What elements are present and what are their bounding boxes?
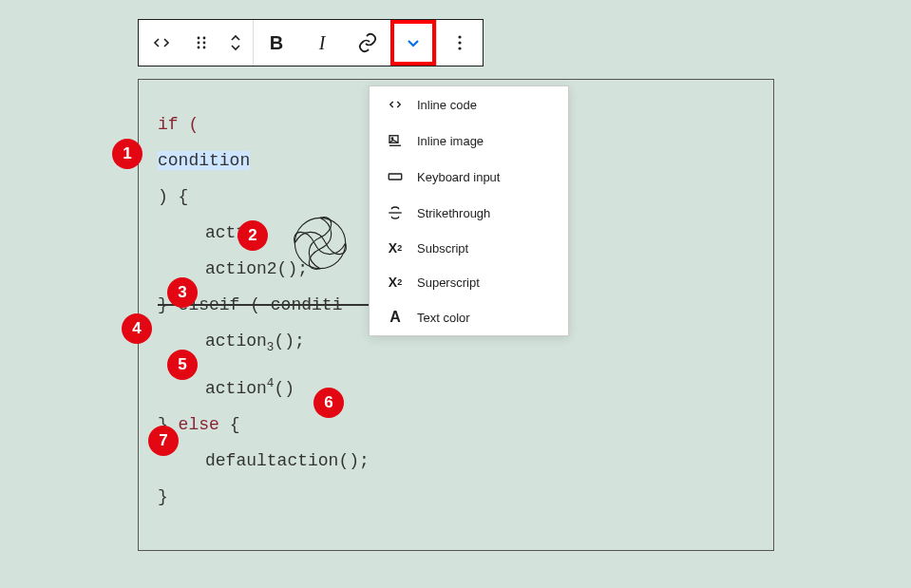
bold-button[interactable]: B (254, 20, 299, 66)
annotation-badge-2: 2 (237, 220, 268, 251)
text-color-icon: A (385, 309, 406, 326)
annotation-badge-7: 7 (148, 426, 179, 456)
code-text: () (274, 379, 294, 398)
superscript-icon: X2 (385, 275, 406, 290)
code-text: action (205, 379, 267, 398)
code-text: { (219, 415, 240, 434)
block-toolbar: B I (138, 19, 484, 66)
toolbar-group-block (139, 20, 254, 66)
svg-point-3 (203, 42, 206, 45)
annotation-badge-1: 1 (112, 139, 142, 169)
annotation-badge-4: 4 (122, 313, 152, 344)
dropdown-item-superscript[interactable]: X2 Superscript (370, 265, 568, 299)
dropdown-item-keyboard-input[interactable]: Keyboard input (370, 159, 568, 195)
link-button[interactable] (345, 20, 390, 66)
keyboard-icon (385, 168, 406, 185)
annotation-badge-5: 5 (167, 350, 198, 380)
svg-point-2 (198, 42, 200, 45)
dropdown-item-subscript[interactable]: X2 Subscript (370, 231, 568, 265)
dropdown-label: Inline image (417, 134, 484, 148)
move-updown-icon[interactable] (218, 20, 253, 66)
keyword-else: else (179, 415, 219, 434)
toolbar-group-options (437, 20, 483, 66)
svg-point-0 (198, 37, 200, 40)
code-text: act (205, 223, 236, 242)
swirl-decoration-icon (285, 208, 355, 278)
dropdown-label: Strikethrough (417, 206, 490, 220)
dropdown-label: Subscript (417, 241, 468, 256)
svg-point-12 (391, 138, 393, 140)
annotation-badge-3: 3 (167, 277, 198, 308)
svg-point-8 (458, 47, 461, 49)
svg-point-7 (458, 41, 461, 44)
svg-point-1 (203, 37, 206, 40)
dropdown-label: Keyboard input (417, 170, 500, 184)
keyword-if: if ( (158, 115, 199, 134)
code-text: (); (274, 332, 304, 351)
svg-point-5 (203, 47, 206, 49)
svg-point-9 (294, 218, 345, 268)
dropdown-label: Inline code (417, 98, 477, 112)
toolbar-group-format: B I (254, 20, 437, 66)
highlighted-condition: condition (158, 151, 250, 170)
svg-point-6 (458, 35, 461, 38)
annotation-badge-6: 6 (313, 388, 344, 418)
more-format-chevron-button[interactable] (390, 20, 436, 66)
image-icon (385, 132, 406, 149)
code-icon (385, 96, 406, 113)
svg-rect-13 (389, 174, 402, 180)
code-block-icon[interactable] (139, 20, 184, 66)
dropdown-item-inline-image[interactable]: Inline image (370, 123, 568, 159)
italic-button[interactable]: I (299, 20, 345, 66)
dropdown-item-text-color[interactable]: A Text color (370, 299, 568, 335)
subscript-icon: X2 (385, 240, 406, 256)
code-text: action (205, 332, 267, 351)
strikethrough-icon (385, 204, 406, 221)
dropdown-item-inline-code[interactable]: Inline code (370, 86, 568, 123)
dropdown-item-strikethrough[interactable]: Strikethrough (370, 195, 568, 231)
more-options-button[interactable] (437, 20, 483, 66)
dropdown-label: Text color (417, 311, 470, 325)
svg-point-4 (198, 47, 200, 49)
drag-handle-icon[interactable] (184, 20, 218, 66)
format-dropdown: Inline code Inline image Keyboard input … (369, 85, 569, 336)
code-text: } (158, 479, 754, 515)
dropdown-label: Superscript (417, 275, 480, 290)
code-text: defaultaction(); (158, 443, 754, 479)
